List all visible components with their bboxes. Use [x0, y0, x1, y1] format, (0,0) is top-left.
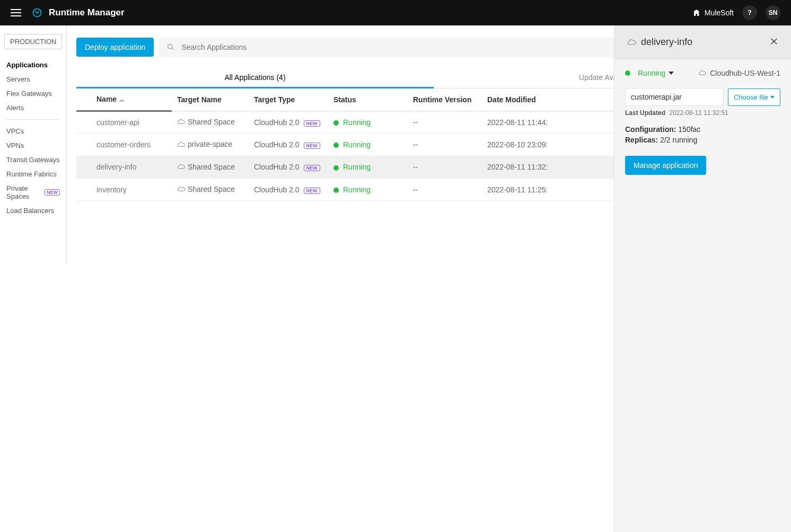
panel-status-text: Running — [638, 69, 665, 77]
sidebar-item-servers[interactable]: Servers — [0, 72, 66, 86]
cell-status: Running — [328, 156, 408, 178]
search-icon — [166, 43, 175, 51]
cloud-icon — [177, 141, 184, 149]
sidebar-item-label: Alerts — [6, 104, 24, 112]
building-icon — [693, 8, 701, 17]
new-badge: NEW — [304, 120, 320, 127]
sidebar-item-load-balancers[interactable]: Load Balancers — [0, 203, 66, 218]
sort-asc-icon: ︿ — [118, 97, 125, 103]
cell-target-name: Shared Space — [172, 178, 249, 200]
cell-runtime-version: -- — [408, 134, 482, 156]
cell-status: Running — [328, 178, 408, 200]
panel-region-text: Cloudhub-US-West-1 — [710, 69, 780, 77]
product-title: Runtime Manager — [49, 7, 125, 18]
sidebar-item-transit-gateways[interactable]: Transit Gateways — [0, 153, 66, 167]
column-label: Name — [96, 95, 117, 103]
cloud-icon — [177, 185, 184, 194]
column-status[interactable]: Status — [328, 88, 408, 111]
cell-runtime-version: -- — [408, 178, 482, 200]
config-row: Configuration: 150fac — [625, 125, 780, 134]
svg-point-1 — [168, 45, 172, 49]
cell-target-type: CloudHub 2.0 NEW — [249, 178, 328, 200]
chevron-down-icon — [770, 96, 775, 99]
menu-icon[interactable] — [11, 9, 21, 16]
manage-application-button[interactable]: Manage application — [625, 156, 706, 175]
replicas-value: 2/2 running — [660, 136, 697, 144]
sidebar-item-label: Flex Gateways — [6, 90, 52, 97]
sidebar-item-label: Runtime Fabrics — [6, 170, 57, 178]
close-panel-icon[interactable] — [770, 36, 778, 48]
panel-header: delivery-info — [614, 25, 791, 59]
new-badge: NEW — [304, 165, 320, 171]
sidebar-item-label: VPNs — [6, 141, 24, 149]
panel-title-text: delivery-info — [641, 37, 692, 48]
column-name[interactable]: Name ︿ — [76, 88, 172, 111]
sidebar: PRODUCTION Applications Servers Flex Gat… — [0, 25, 67, 264]
cloud-icon — [177, 118, 184, 127]
cloud-icon — [177, 163, 184, 172]
cloud-icon — [698, 70, 707, 76]
new-badge: NEW — [45, 189, 60, 196]
replicas-row: Replicas: 2/2 running — [625, 136, 780, 144]
cell-status: Running — [328, 134, 408, 156]
last-updated: Last Updated 2022-08-11 11:32:51 — [625, 109, 780, 117]
details-panel: delivery-info Running Cloudhub-US-West-1… — [614, 25, 791, 532]
column-target-name[interactable]: Target Name — [172, 88, 249, 111]
chevron-down-icon — [669, 72, 674, 75]
help-button[interactable]: ? — [742, 5, 757, 20]
new-badge: NEW — [304, 143, 320, 149]
cell-name: inventory — [76, 178, 172, 200]
column-target-type[interactable]: Target Type — [249, 88, 328, 111]
status-dot-icon — [333, 120, 339, 126]
sidebar-item-alerts[interactable]: Alerts — [0, 101, 66, 115]
sidebar-item-label: Servers — [6, 75, 30, 83]
column-runtime-version[interactable]: Runtime Version — [408, 88, 482, 111]
cell-target-name: private-space — [172, 134, 249, 156]
status-dot-icon — [333, 165, 339, 171]
cell-name: customer-api — [76, 111, 172, 134]
status-dot-icon — [625, 70, 630, 76]
status-dot-icon — [333, 143, 339, 148]
sidebar-item-label: Transit Gateways — [6, 156, 60, 164]
panel-region: Cloudhub-US-West-1 — [698, 69, 780, 77]
sidebar-item-flex-gateways[interactable]: Flex Gateways — [0, 86, 66, 101]
product-logo-icon — [32, 7, 42, 18]
panel-title: delivery-info — [627, 37, 770, 48]
sidebar-item-applications[interactable]: Applications — [0, 58, 66, 72]
file-name-field: customerapi.jar — [625, 88, 724, 106]
deploy-application-button[interactable]: Deploy application — [76, 38, 154, 57]
brand-link-label: MuleSoft — [705, 8, 734, 17]
user-avatar[interactable]: SN — [766, 5, 780, 20]
choose-file-button[interactable]: Choose file — [728, 88, 780, 106]
config-label: Configuration: — [625, 125, 676, 134]
last-updated-label: Last Updated — [625, 109, 665, 117]
sidebar-item-label: Applications — [6, 61, 48, 69]
cloud-icon — [627, 39, 637, 46]
panel-body: Running Cloudhub-US-West-1 customerapi.j… — [614, 59, 791, 184]
status-dot-icon — [333, 188, 339, 193]
cell-target-type: CloudHub 2.0 NEW — [249, 111, 328, 134]
choose-file-label: Choose file — [734, 93, 768, 101]
sidebar-divider — [6, 119, 60, 120]
cell-target-name: Shared Space — [172, 111, 249, 134]
cell-name: delivery-info — [76, 156, 172, 178]
cell-status: Running — [328, 111, 408, 134]
cell-target-name: Shared Space — [172, 156, 249, 178]
panel-status-dropdown[interactable]: Running — [625, 69, 674, 77]
brand-link[interactable]: MuleSoft — [693, 8, 734, 17]
sidebar-item-vpns[interactable]: VPNs — [0, 138, 66, 153]
sidebar-item-vpcs[interactable]: VPCs — [0, 124, 66, 138]
cell-target-type: CloudHub 2.0 NEW — [249, 156, 328, 178]
tab-all-applications[interactable]: All Applications (4) — [76, 68, 434, 88]
cell-runtime-version: -- — [408, 156, 482, 178]
environment-selector[interactable]: PRODUCTION — [4, 34, 62, 49]
sidebar-item-runtime-fabrics[interactable]: Runtime Fabrics — [0, 167, 66, 181]
svg-line-2 — [172, 48, 173, 50]
sidebar-item-label: VPCs — [6, 127, 24, 135]
last-updated-value: 2022-08-11 11:32:51 — [669, 109, 728, 117]
sidebar-item-private-spaces[interactable]: Private Spaces NEW — [0, 181, 66, 203]
new-badge: NEW — [304, 188, 320, 194]
cell-name: customer-orders — [76, 134, 172, 156]
config-value: 150fac — [678, 125, 700, 134]
sidebar-item-label: Load Balancers — [6, 207, 54, 215]
